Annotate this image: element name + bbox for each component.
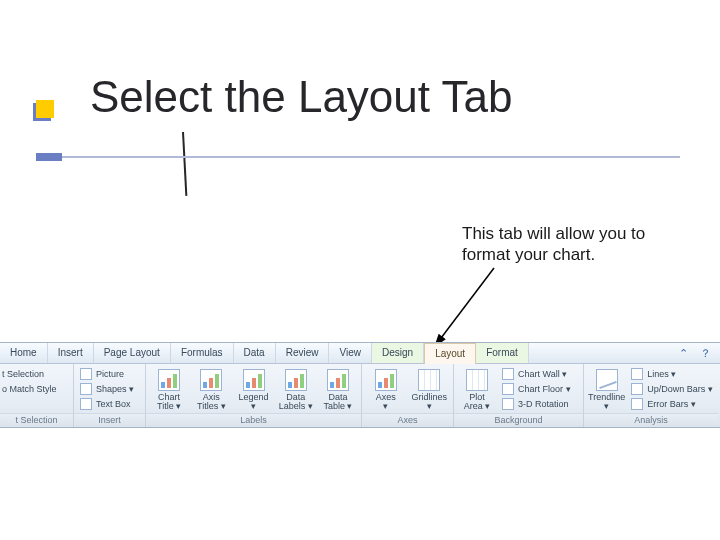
lines-icon xyxy=(631,368,643,380)
group-label-background: Background xyxy=(454,413,583,427)
excel-ribbon: Home Insert Page Layout Formulas Data Re… xyxy=(0,342,720,428)
caption-text: This tab will allow you to format your c… xyxy=(462,223,662,266)
plot-area-button[interactable]: Plot Area ▾ xyxy=(458,367,496,413)
legend-button[interactable]: Legend ▾ xyxy=(234,367,272,413)
data-table-button[interactable]: Data Table ▾ xyxy=(319,367,357,413)
tab-page-layout[interactable]: Page Layout xyxy=(94,343,171,363)
group-label-labels: Labels xyxy=(146,413,361,427)
group-analysis: Trendline ▾ Lines ▾ Up/Down Bars ▾ Error… xyxy=(584,364,718,427)
picture-icon xyxy=(80,368,92,380)
axis-titles-label: Axis Titles ▾ xyxy=(197,393,226,412)
data-table-label: Data Table ▾ xyxy=(323,393,352,412)
data-table-icon xyxy=(327,369,349,391)
group-background: Plot Area ▾ Chart Wall ▾ Chart Floor ▾ 3… xyxy=(454,364,584,427)
tab-formulas[interactable]: Formulas xyxy=(171,343,234,363)
ribbon-help-icon[interactable]: ？ xyxy=(698,346,712,360)
tab-home[interactable]: Home xyxy=(0,343,48,363)
chart-wall-label: Chart Wall ▾ xyxy=(518,369,567,379)
chart-floor-label: Chart Floor ▾ xyxy=(518,384,571,394)
axes-icon xyxy=(375,369,397,391)
group-insert: Picture Shapes ▾ Text Box Insert xyxy=(74,364,146,427)
title-descender-line xyxy=(182,132,187,196)
ribbon-minimize-icon[interactable]: ⌃ xyxy=(676,346,690,360)
group-axes: Axes ▾ Gridlines ▾ Axes xyxy=(362,364,454,427)
title-bullet-icon xyxy=(36,100,54,118)
chart-floor-button[interactable]: Chart Floor ▾ xyxy=(500,382,573,396)
slide-title: Select the Layout Tab xyxy=(90,72,512,122)
ribbon-tabs-row: Home Insert Page Layout Formulas Data Re… xyxy=(0,343,720,364)
gridlines-icon xyxy=(418,369,440,391)
legend-label: Legend ▾ xyxy=(238,393,268,412)
trendline-icon xyxy=(596,369,618,391)
group-label-axes: Axes xyxy=(362,413,453,427)
lines-label: Lines ▾ xyxy=(647,369,676,379)
insert-textbox-label: Text Box xyxy=(96,399,131,409)
group-labels: Chart Title ▾ Axis Titles ▾ Legend ▾ Dat… xyxy=(146,364,362,427)
rotation-3d-icon xyxy=(502,398,514,410)
tab-format[interactable]: Format xyxy=(476,343,529,363)
chart-title-button[interactable]: Chart Title ▾ xyxy=(150,367,188,413)
chart-title-icon xyxy=(158,369,180,391)
insert-picture-button[interactable]: Picture xyxy=(78,367,126,381)
error-bars-label: Error Bars ▾ xyxy=(647,399,696,409)
group-label-selection: t Selection xyxy=(0,413,73,427)
ribbon-body: t Selection o Match Style t Selection Pi… xyxy=(0,364,720,427)
updown-bars-button[interactable]: Up/Down Bars ▾ xyxy=(629,382,715,396)
tab-layout[interactable]: Layout xyxy=(424,343,476,365)
error-bars-icon xyxy=(631,398,643,410)
chart-floor-icon xyxy=(502,383,514,395)
shapes-icon xyxy=(80,383,92,395)
chart-wall-icon xyxy=(502,368,514,380)
format-selection-label: t Selection xyxy=(2,369,44,379)
reset-to-match-style-button[interactable]: o Match Style xyxy=(0,382,59,396)
slide-title-text: Select the Layout Tab xyxy=(90,72,512,121)
slide-title-block: Select the Layout Tab xyxy=(36,72,676,142)
plot-area-label: Plot Area ▾ xyxy=(464,393,491,412)
tab-review[interactable]: Review xyxy=(276,343,330,363)
axis-titles-icon xyxy=(200,369,222,391)
rotation-3d-label: 3-D Rotation xyxy=(518,399,569,409)
tab-data[interactable]: Data xyxy=(234,343,276,363)
tab-design[interactable]: Design xyxy=(372,343,424,363)
axes-label: Axes ▾ xyxy=(376,393,396,412)
plot-area-icon xyxy=(466,369,488,391)
trendline-button[interactable]: Trendline ▾ xyxy=(588,367,625,413)
gridlines-label: Gridlines ▾ xyxy=(411,393,447,412)
tab-insert[interactable]: Insert xyxy=(48,343,94,363)
axis-titles-button[interactable]: Axis Titles ▾ xyxy=(192,367,230,413)
title-underline xyxy=(36,156,680,158)
format-selection-button[interactable]: t Selection xyxy=(0,367,46,381)
axes-button[interactable]: Axes ▾ xyxy=(366,367,406,413)
insert-shapes-button[interactable]: Shapes ▾ xyxy=(78,382,136,396)
chart-title-label: Chart Title ▾ xyxy=(157,393,181,412)
legend-icon xyxy=(243,369,265,391)
error-bars-button[interactable]: Error Bars ▾ xyxy=(629,397,715,411)
group-label-insert: Insert xyxy=(74,413,145,427)
group-label-analysis: Analysis xyxy=(584,413,718,427)
updown-icon xyxy=(631,383,643,395)
rotation-3d-button[interactable]: 3-D Rotation xyxy=(500,397,573,411)
insert-textbox-button[interactable]: Text Box xyxy=(78,397,133,411)
textbox-icon xyxy=(80,398,92,410)
data-labels-icon xyxy=(285,369,307,391)
updown-bars-label: Up/Down Bars ▾ xyxy=(647,384,713,394)
group-current-selection: t Selection o Match Style t Selection xyxy=(0,364,74,427)
chart-wall-button[interactable]: Chart Wall ▾ xyxy=(500,367,573,381)
ribbon-title-controls: ⌃ ？ xyxy=(676,343,720,363)
trendline-label: Trendline ▾ xyxy=(588,393,625,412)
insert-shapes-label: Shapes ▾ xyxy=(96,384,134,394)
svg-line-0 xyxy=(435,268,494,346)
gridlines-button[interactable]: Gridlines ▾ xyxy=(410,367,450,413)
data-labels-button[interactable]: Data Labels ▾ xyxy=(277,367,315,413)
lines-button[interactable]: Lines ▾ xyxy=(629,367,715,381)
insert-picture-label: Picture xyxy=(96,369,124,379)
reset-to-match-style-label: o Match Style xyxy=(2,384,57,394)
data-labels-label: Data Labels ▾ xyxy=(279,393,313,412)
tab-view[interactable]: View xyxy=(329,343,372,363)
